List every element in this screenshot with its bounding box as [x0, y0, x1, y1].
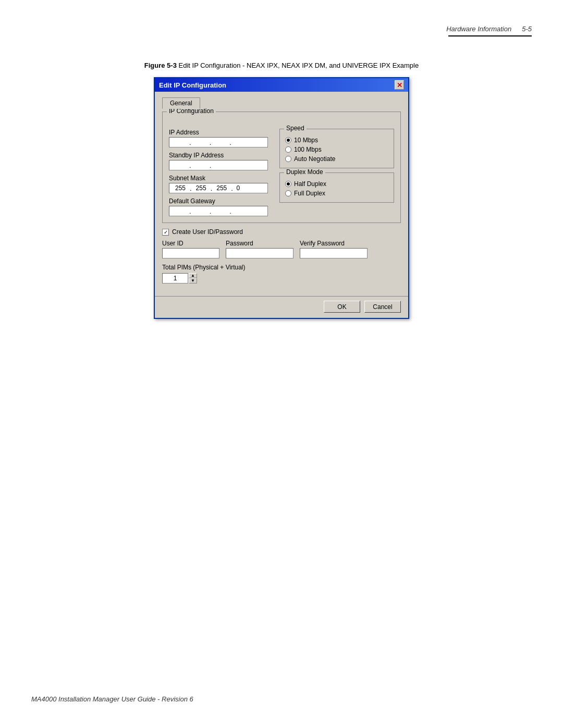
user-id-field: User ID [162, 240, 219, 258]
dialog-footer: OK Cancel [155, 296, 408, 318]
ip-address-octet2[interactable] [191, 139, 210, 146]
pims-section: Total PIMs (Physical + Virtual) ▲ ▼ [162, 264, 401, 283]
subnet-octet3[interactable] [212, 184, 231, 192]
speed-auto-label: Auto Negotiate [294, 155, 335, 163]
subnet-octet4[interactable] [233, 184, 243, 192]
default-gateway-field: Default Gateway . . . [169, 198, 273, 216]
spinner-up-button[interactable]: ▲ [189, 273, 197, 278]
duplex-group: Duplex Mode Half Duplex Full Duplex [279, 172, 394, 203]
subnet-octet1[interactable] [171, 184, 190, 192]
page-footer: MA4000 Installation Manager User Guide -… [31, 695, 193, 703]
spinner-buttons: ▲ ▼ [189, 273, 197, 283]
standby-ip-octet2[interactable] [191, 162, 210, 169]
ok-button[interactable]: OK [324, 301, 360, 313]
create-user-row[interactable]: ✓ Create User ID/Password [162, 228, 401, 236]
ip-fields-row: IP Address . . . [169, 129, 394, 216]
figure-caption: Figure 5-3 Edit IP Configuration - NEAX … [144, 61, 419, 69]
verify-password-label: Verify Password [300, 240, 368, 247]
speed-100mbps-label: 100 Mbps [294, 146, 322, 153]
footer-text: MA4000 Installation Manager User Guide -… [31, 695, 193, 703]
duplex-full-radio[interactable] [285, 190, 291, 196]
default-gateway-label: Default Gateway [169, 198, 273, 205]
gateway-octet2[interactable] [191, 207, 210, 215]
pims-label: Total PIMs (Physical + Virtual) [162, 264, 401, 271]
speed-auto[interactable]: Auto Negotiate [285, 155, 388, 163]
dialog-wrapper: Edit IP Configuration ✕ General IP Confi… [154, 77, 409, 319]
close-button[interactable]: ✕ [395, 80, 404, 90]
tab-general[interactable]: General [162, 97, 200, 109]
page-number: 5-5 [522, 25, 532, 33]
duplex-full[interactable]: Full Duplex [285, 190, 388, 197]
edit-ip-config-dialog: Edit IP Configuration ✕ General IP Confi… [154, 77, 409, 319]
credentials-row: User ID Password Verify Password [162, 240, 401, 258]
ip-address-octet4[interactable] [231, 139, 250, 146]
pims-spinner: ▲ ▼ [162, 273, 401, 283]
password-field: Password [226, 240, 293, 258]
speed-group-title: Speed [284, 125, 307, 132]
standby-ip-input[interactable]: . . [169, 160, 268, 170]
figure-caption-text: Figure 5-3 Edit IP Configuration - NEAX … [144, 61, 419, 69]
ip-config-group: IP Configuration IP Address . . [162, 112, 401, 223]
title-bar: Edit IP Configuration ✕ [155, 78, 408, 92]
speed-100mbps[interactable]: 100 Mbps [285, 146, 388, 153]
header-text: Hardware Information [446, 25, 511, 33]
ip-address-octet3[interactable] [211, 139, 229, 146]
create-user-checkbox[interactable]: ✓ [162, 229, 169, 236]
password-label: Password [226, 240, 293, 247]
dialog-body: General IP Configuration IP Address [155, 92, 408, 296]
default-gateway-input[interactable]: . . . [169, 206, 268, 216]
ip-address-octet1[interactable] [171, 139, 189, 146]
subnet-octet2[interactable] [192, 184, 211, 192]
standby-ip-label: Standby IP Address [169, 152, 273, 159]
ip-address-field: IP Address . . . [169, 129, 273, 147]
speed-auto-radio[interactable] [285, 156, 291, 162]
speed-radio-group: 10 Mbps 100 Mbps Auto Negotiate [285, 137, 388, 163]
duplex-half-radio[interactable] [285, 181, 291, 187]
dialog-title: Edit IP Configuration [159, 81, 226, 89]
speed-10mbps[interactable]: 10 Mbps [285, 137, 388, 144]
cancel-button[interactable]: Cancel [364, 301, 401, 313]
ip-address-input[interactable]: . . . [169, 137, 268, 147]
close-icon: ✕ [397, 81, 402, 89]
speed-100mbps-radio[interactable] [285, 146, 291, 153]
ip-right-column: Speed 10 Mbps 100 Mbps [279, 129, 394, 216]
gateway-octet1[interactable] [171, 207, 189, 215]
page-header: Hardware Information 5-5 [446, 25, 532, 33]
user-id-input[interactable] [162, 248, 219, 258]
duplex-full-label: Full Duplex [294, 190, 325, 197]
ip-left-column: IP Address . . . [169, 129, 273, 216]
speed-10mbps-radio[interactable] [285, 137, 291, 143]
duplex-half[interactable]: Half Duplex [285, 180, 388, 188]
standby-ip-octet1[interactable] [171, 162, 189, 169]
create-user-label: Create User ID/Password [172, 228, 243, 236]
ip-address-label: IP Address [169, 129, 273, 136]
pims-value-input[interactable] [162, 273, 188, 283]
standby-ip-field: Standby IP Address . . [169, 152, 273, 170]
tab-row: General [162, 97, 401, 108]
verify-password-field: Verify Password [300, 240, 368, 258]
spinner-down-button[interactable]: ▼ [189, 278, 197, 283]
standby-ip-octet3[interactable] [211, 162, 229, 169]
header-rule [448, 35, 532, 36]
speed-group: Speed 10 Mbps 100 Mbps [279, 129, 394, 168]
verify-password-input[interactable] [300, 248, 368, 258]
duplex-group-title: Duplex Mode [284, 168, 325, 176]
password-input[interactable] [226, 248, 293, 258]
subnet-mask-label: Subnet Mask [169, 175, 273, 182]
tab-general-label: General [170, 100, 192, 107]
gateway-octet3[interactable] [211, 207, 229, 215]
subnet-mask-input[interactable]: . . . [169, 183, 268, 193]
user-id-label: User ID [162, 240, 219, 247]
speed-10mbps-label: 10 Mbps [294, 137, 318, 144]
subnet-mask-field: Subnet Mask . . . [169, 175, 273, 193]
duplex-half-label: Half Duplex [294, 180, 326, 188]
duplex-radio-group: Half Duplex Full Duplex [285, 180, 388, 197]
gateway-octet4[interactable] [231, 207, 250, 215]
